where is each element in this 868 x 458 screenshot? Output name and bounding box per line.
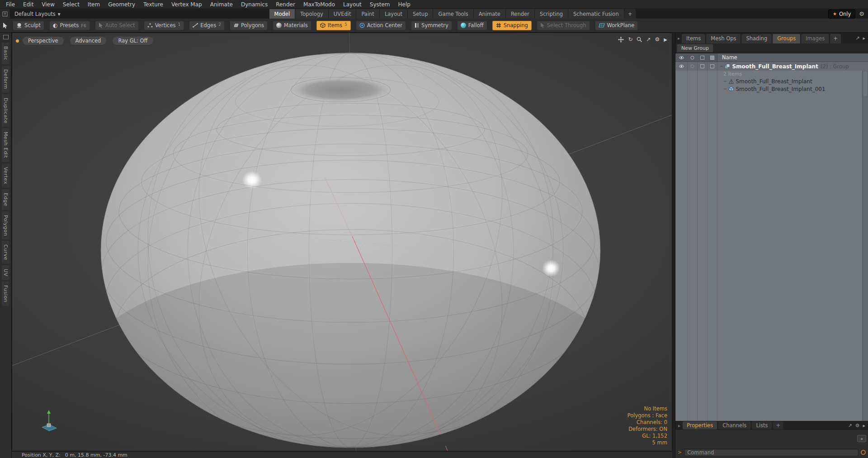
tab-uvedit[interactable]: UVEdit (329, 9, 357, 19)
menu-item[interactable]: View (38, 0, 58, 9)
pan-icon[interactable] (618, 37, 624, 43)
left-tab-deform[interactable]: Deform (2, 66, 9, 93)
symmetry-button[interactable]: Symmetry (411, 21, 452, 30)
tab-groups[interactable]: Groups (773, 34, 800, 43)
menu-item[interactable]: Layout (339, 0, 366, 9)
menu-item[interactable]: Render (272, 0, 299, 9)
menu-item[interactable]: Geometry (104, 0, 139, 9)
left-tab-mesh-edit[interactable]: Mesh Edit (2, 128, 9, 162)
group-name[interactable]: Smooth_Full_Breast_Implant (732, 63, 818, 70)
tab-images[interactable]: Images (801, 34, 829, 43)
child-item-name[interactable]: Smooth_Full_Breast_Implant_001 (736, 86, 825, 92)
materials-mode-button[interactable]: Materials (273, 21, 311, 30)
visibility-column-icon[interactable] (675, 56, 687, 60)
viewport-flyout-icon[interactable]: ▶ (664, 37, 667, 42)
layout-switch-icon[interactable] (0, 9, 10, 19)
left-tab-duplicate[interactable]: Duplicate (2, 94, 9, 127)
tab-properties[interactable]: Properties (683, 421, 717, 429)
tab-scripting[interactable]: Scripting (535, 9, 568, 19)
menu-item[interactable]: Animate (206, 0, 237, 9)
tab-channels[interactable]: Channels (718, 421, 750, 429)
panel-arrow-icon[interactable]: ▸ (677, 36, 681, 41)
group-render-toggle-icon[interactable] (687, 64, 697, 68)
panel-expand-icon[interactable]: ↗ (855, 35, 859, 41)
tool-cursor-icon[interactable] (3, 23, 8, 29)
only-toggle[interactable]: ★ Only (828, 10, 855, 19)
raygl-button[interactable]: Ray GL: Off (113, 37, 153, 45)
edges-mode-button[interactable]: Edges 2 (189, 21, 225, 30)
layouts-dropdown[interactable]: Default Layouts ▾ (10, 9, 65, 19)
tab-paint[interactable]: Paint (356, 9, 379, 19)
group-checkbox[interactable] (707, 64, 717, 68)
shading-mode-button[interactable]: Advanced (70, 37, 107, 45)
add-properties-tab-button[interactable]: + (773, 421, 783, 429)
polygons-mode-button[interactable]: Polygons (230, 21, 268, 30)
action-center-button[interactable]: Action Center (356, 21, 406, 30)
vertices-mode-button[interactable]: Vertices 1 (144, 21, 184, 30)
add-panel-tab-button[interactable]: + (830, 34, 841, 43)
presets-button[interactable]: ◐ Presets F6 (49, 21, 90, 30)
menu-item[interactable]: MaxToModo (299, 0, 339, 9)
maximize-icon[interactable]: ↗ (646, 36, 651, 43)
left-tab-polygon[interactable]: Polygon (2, 211, 9, 240)
menu-item[interactable]: Dynamics (237, 0, 272, 9)
viewport-3d-scene[interactable] (12, 33, 672, 451)
zoom-icon[interactable] (637, 37, 642, 42)
auto-select-button[interactable]: Auto Select (95, 21, 139, 30)
sculpt-button[interactable]: Sculpt (13, 21, 44, 30)
left-tab-vertex[interactable]: Vertex (2, 163, 9, 188)
tree-scrollbar[interactable] (862, 71, 868, 421)
select-column-icon[interactable] (707, 56, 717, 60)
add-tab-button[interactable]: + (624, 9, 637, 19)
left-tab-fusion[interactable]: Fusion (2, 281, 9, 306)
child-item-name[interactable]: Smooth_Full_Breast_Implant (736, 78, 812, 85)
left-tab-curve[interactable]: Curve (2, 241, 9, 264)
group-child-row[interactable]: − Smooth_Full_Breast_Implant (675, 77, 868, 85)
expand-history-button[interactable]: » (857, 435, 866, 442)
menu-item[interactable]: Item (84, 0, 104, 9)
menu-item[interactable]: Vertex Map (167, 0, 206, 9)
items-mode-button[interactable]: Items 5 (316, 21, 351, 30)
viewport-3d[interactable]: Perspective Advanced Ray GL: Off ↻ ↗ ⚙ ▶… (12, 33, 672, 451)
rotate-icon[interactable]: ↻ (628, 36, 632, 43)
tab-mesh-ops[interactable]: Mesh Ops (706, 34, 741, 43)
tab-setup[interactable]: Setup (408, 9, 433, 19)
gear-icon[interactable]: ⚙ (859, 10, 864, 17)
properties-flyout-icon[interactable]: ▸ (863, 423, 865, 429)
left-tab-uv[interactable]: UV (2, 265, 9, 280)
workplane-button[interactable]: WorkPlane (595, 21, 638, 30)
tab-schematic-fusion[interactable]: Schematic Fusion (568, 9, 624, 19)
perspective-button[interactable]: Perspective (23, 37, 64, 45)
new-group-button[interactable]: New Group (677, 44, 713, 52)
render-column-icon[interactable] (687, 56, 697, 60)
panel-flyout-icon[interactable]: ▸ (863, 35, 865, 41)
collapse-toggle[interactable]: − (720, 64, 723, 69)
tab-items[interactable]: Items (682, 34, 705, 43)
tab-game-tools[interactable]: Game Tools (433, 9, 473, 19)
group-row[interactable]: − Smooth_Full_Breast_Implant (2) : Group (675, 62, 868, 71)
tab-lists[interactable]: Lists (752, 421, 772, 429)
tree-body[interactable]: − Smooth_Full_Breast_Implant (2) : Group… (675, 62, 868, 421)
command-record-icon[interactable] (861, 450, 866, 455)
group-child-row[interactable]: − Smooth_Full_Breast_Implant_001 (675, 85, 868, 93)
menu-item[interactable]: Select (59, 0, 84, 9)
properties-expand-icon[interactable]: ↗ (848, 423, 852, 429)
tab-layout[interactable]: Layout (380, 9, 408, 19)
menu-item[interactable]: Texture (139, 0, 167, 9)
lock-column-icon[interactable] (697, 56, 707, 60)
menu-item[interactable]: Help (394, 0, 415, 9)
panel-arrow-icon[interactable]: ▸ (677, 423, 681, 428)
command-input[interactable] (684, 448, 859, 456)
viewport-gear-icon[interactable]: ⚙ (655, 36, 660, 43)
tab-shading[interactable]: Shading (741, 34, 772, 43)
snapping-button[interactable]: Snapping (492, 21, 532, 30)
palette-icon[interactable] (3, 35, 9, 39)
menu-item[interactable]: System (366, 0, 394, 9)
menu-item[interactable]: File (2, 0, 19, 9)
tab-model[interactable]: Model (269, 9, 296, 19)
group-visibility-eye-icon[interactable] (675, 64, 687, 68)
menu-item[interactable]: Edit (19, 0, 38, 9)
left-tab-basic[interactable]: Basic (2, 43, 9, 64)
select-through-button[interactable]: Select Through (537, 21, 590, 30)
group-checkbox[interactable] (697, 64, 707, 68)
